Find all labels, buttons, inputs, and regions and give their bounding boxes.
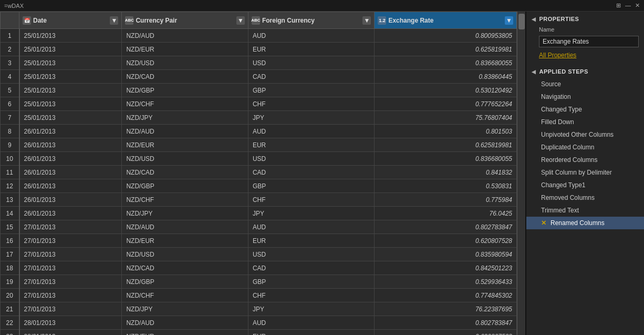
table-row: 525/01/2013NZD/GBPGBP0.530120492 — [1, 84, 517, 97]
date-dropdown-icon[interactable]: ▼ — [110, 16, 118, 25]
currencypair-type-icon: ABC — [125, 16, 133, 25]
cell-foreign-currency: EUR — [248, 234, 375, 248]
cell-exchange-rate: 0.620807528 — [375, 330, 517, 336]
row-number: 23 — [1, 330, 19, 336]
step-label: Split Column by Delimiter — [541, 169, 612, 176]
window-icon-2: — — [625, 2, 631, 9]
cell-exchange-rate: 0.620807528 — [375, 234, 517, 248]
cell-currency-pair: NZD/AUD — [122, 29, 248, 43]
cell-foreign-currency: CHF — [248, 193, 375, 207]
applied-steps-section-header: ◀ APPLIED STEPS — [526, 64, 644, 78]
cell-foreign-currency: AUD — [248, 29, 375, 43]
cell-date: 27/01/2013 — [19, 275, 122, 289]
cell-exchange-rate: 0.841832 — [375, 166, 517, 179]
row-number: 18 — [1, 261, 19, 275]
all-properties-link[interactable]: All Properties — [539, 52, 639, 59]
cell-date: 25/01/2013 — [19, 70, 122, 84]
name-input[interactable] — [539, 36, 639, 47]
cell-currency-pair: NZD/CAD — [122, 261, 248, 275]
col-header-currency-pair[interactable]: ABC Currency Pair ▼ — [122, 12, 248, 29]
step-label: Renamed Columns — [550, 219, 605, 227]
table-row: 1527/01/2013NZD/AUDAUD0.802783847 — [1, 220, 517, 234]
col-header-exchange-rate[interactable]: 1.2 Exchange Rate ▼ — [375, 12, 517, 29]
cell-exchange-rate: 76.0425 — [375, 207, 517, 220]
cell-currency-pair: NZD/EUR — [122, 234, 248, 248]
cell-exchange-rate: 0.835980594 — [375, 248, 517, 261]
exchangerate-dropdown-icon[interactable]: ▼ — [505, 16, 513, 25]
step-item[interactable]: Source — [526, 78, 644, 90]
cell-exchange-rate: 0.842501223 — [375, 261, 517, 275]
cell-exchange-rate: 0.83860445 — [375, 70, 517, 84]
cell-foreign-currency: JPY — [248, 207, 375, 220]
cell-date: 27/01/2013 — [19, 302, 122, 316]
cell-currency-pair: NZD/CAD — [122, 166, 248, 179]
step-item[interactable]: Changed Type — [526, 103, 644, 116]
row-number: 19 — [1, 275, 19, 289]
scroll-thumb[interactable] — [518, 14, 525, 29]
cell-exchange-rate: 0.625819981 — [375, 43, 517, 56]
row-number: 4 — [1, 70, 19, 84]
cell-foreign-currency: AUD — [248, 316, 375, 330]
step-item[interactable]: Duplicated Column — [526, 141, 644, 154]
table-row: 1026/01/2013NZD/USDUSD0.836680055 — [1, 152, 517, 166]
step-item[interactable]: Changed Type1 — [526, 179, 644, 191]
cell-foreign-currency: USD — [248, 56, 375, 70]
table-row: 2228/01/2013NZD/AUDAUD0.802783847 — [1, 316, 517, 330]
step-item[interactable]: Trimmed Text — [526, 204, 644, 217]
applied-steps-collapse-icon[interactable]: ◀ — [532, 69, 536, 75]
cell-date: 28/01/2013 — [19, 330, 122, 336]
cell-currency-pair: NZD/JPY — [122, 302, 248, 316]
step-item[interactable]: Filled Down — [526, 116, 644, 128]
step-item[interactable]: ✕Renamed Columns — [526, 217, 644, 229]
step-item[interactable]: Split Column by Delimiter — [526, 166, 644, 179]
table-row: 1627/01/2013NZD/EUREUR0.620807528 — [1, 234, 517, 248]
step-label: Changed Type1 — [541, 181, 586, 189]
row-number: 14 — [1, 207, 19, 220]
cell-date: 25/01/2013 — [19, 29, 122, 43]
table-row: 125/01/2013NZD/AUDAUD0.800953805 — [1, 29, 517, 43]
cell-foreign-currency: CHF — [248, 97, 375, 111]
step-item[interactable]: Removed Columns — [526, 191, 644, 204]
cell-foreign-currency: GBP — [248, 179, 375, 193]
cell-currency-pair: NZD/USD — [122, 152, 248, 166]
cell-exchange-rate: 0.800953805 — [375, 29, 517, 43]
cell-foreign-currency: CAD — [248, 261, 375, 275]
row-number: 9 — [1, 138, 19, 152]
row-number: 10 — [1, 152, 19, 166]
foreigncurrency-dropdown-icon[interactable]: ▼ — [362, 16, 371, 25]
cell-currency-pair: NZD/EUR — [122, 330, 248, 336]
col-header-date[interactable]: 📅 Date ▼ — [19, 12, 122, 29]
table-scroll-area[interactable]: 📅 Date ▼ ABC Currency Pair ▼ — [0, 12, 517, 335]
name-label: Name — [526, 25, 644, 35]
step-label: Navigation — [541, 93, 571, 100]
col-header-foreign-currency[interactable]: ABC Foreign Currency ▼ — [248, 12, 375, 29]
cell-date: 27/01/2013 — [19, 289, 122, 302]
step-item[interactable]: Unpivoted Other Columns — [526, 128, 644, 141]
cell-exchange-rate: 0.529936433 — [375, 275, 517, 289]
row-number: 1 — [1, 29, 19, 43]
step-item[interactable]: Navigation — [526, 90, 644, 103]
cell-foreign-currency: EUR — [248, 138, 375, 152]
table-row: 425/01/2013NZD/CADCAD0.83860445 — [1, 70, 517, 84]
col-label-currency-pair: Currency Pair — [136, 17, 177, 24]
table-row: 625/01/2013NZD/CHFCHF0.777652264 — [1, 97, 517, 111]
step-label: Unpivoted Other Columns — [541, 131, 614, 138]
cell-exchange-rate: 75.76807404 — [375, 111, 517, 125]
cell-foreign-currency: AUD — [248, 125, 375, 138]
table-row: 1927/01/2013NZD/GBPGBP0.529936433 — [1, 275, 517, 289]
row-number: 22 — [1, 316, 19, 330]
cell-exchange-rate: 0.836680055 — [375, 152, 517, 166]
table-row: 1727/01/2013NZD/USDUSD0.835980594 — [1, 248, 517, 261]
properties-collapse-icon[interactable]: ◀ — [532, 16, 536, 22]
cell-date: 25/01/2013 — [19, 84, 122, 97]
currencypair-dropdown-icon[interactable]: ▼ — [236, 16, 245, 25]
row-number: 21 — [1, 302, 19, 316]
cell-date: 27/01/2013 — [19, 248, 122, 261]
cell-exchange-rate: 76.22387695 — [375, 302, 517, 316]
step-item[interactable]: Reordered Columns — [526, 154, 644, 166]
cell-date: 25/01/2013 — [19, 43, 122, 56]
vertical-scrollbar[interactable] — [517, 12, 525, 335]
cell-foreign-currency: GBP — [248, 84, 375, 97]
cell-foreign-currency: CHF — [248, 289, 375, 302]
table-row: 725/01/2013NZD/JPYJPY75.76807404 — [1, 111, 517, 125]
